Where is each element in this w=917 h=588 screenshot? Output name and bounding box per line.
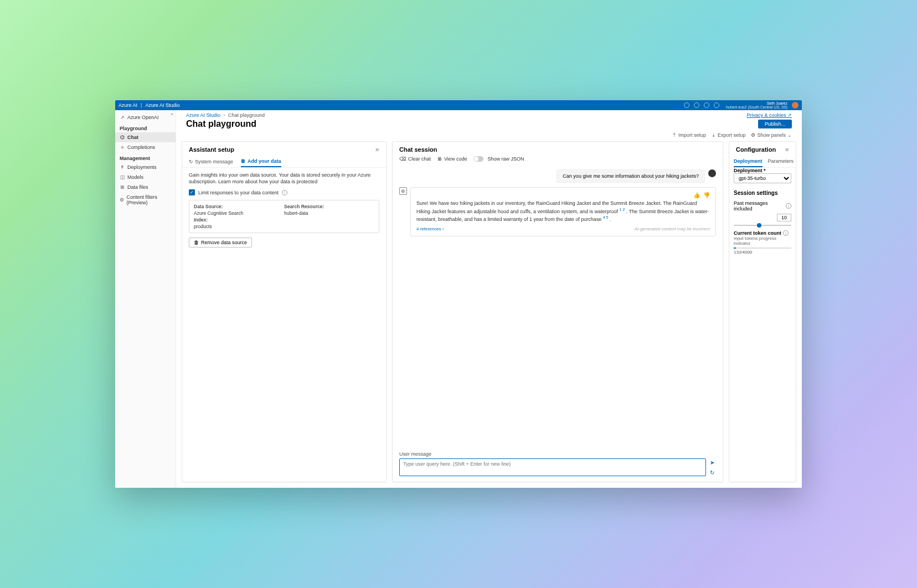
info-icon[interactable]: i	[282, 190, 287, 195]
info-icon[interactable]: i	[783, 230, 789, 236]
send-button[interactable]: ➤	[708, 458, 716, 466]
crumb-a[interactable]: Azure AI Studio	[186, 112, 220, 118]
broom-icon: ⌫	[399, 156, 406, 162]
limit-label: Limit responses to your data content	[198, 190, 279, 195]
show-raw-json-toggle[interactable]: Show raw JSON	[473, 156, 524, 162]
limit-checkbox[interactable]: ✓	[189, 189, 195, 195]
token-count-title: Current token count	[734, 230, 781, 236]
user-message: Can you give me some information about y…	[557, 169, 705, 183]
message-input[interactable]	[399, 458, 706, 476]
remove-data-source-button[interactable]: 🗑 Remove data source	[189, 238, 252, 247]
filter-icon: ⚙	[120, 197, 124, 203]
view-code-button[interactable]: 🗎 View code	[437, 156, 467, 162]
sidebar-item-label: Models	[127, 174, 143, 180]
tab-system-message[interactable]: ↻ System message	[189, 156, 233, 167]
collapse-icon[interactable]: «	[171, 111, 173, 117]
avatar[interactable]	[792, 102, 798, 109]
past-messages-label: Past messages included	[734, 200, 786, 212]
user-sub: hubert-eus2 (South Central US, S0)	[726, 105, 787, 109]
feedback-icon[interactable]	[714, 102, 719, 108]
models-icon: ◫	[120, 174, 125, 180]
thumbs-up-icon[interactable]: 👍	[693, 192, 700, 198]
past-messages-input[interactable]	[777, 214, 791, 221]
configuration-panel: Configuration ✕ Deployment Parameters De…	[729, 141, 796, 482]
brand-b[interactable]: Azure AI Studio	[145, 102, 179, 108]
publish-button[interactable]: Publish...	[758, 120, 792, 128]
panels-icon: ⚙	[751, 132, 755, 138]
separator: |	[141, 102, 142, 108]
sidebar-item-azure-openai[interactable]: ↗ Azure OpenAI	[115, 112, 176, 122]
sidebar-section-playground: Playground	[115, 122, 176, 132]
panel-title: Chat session	[399, 146, 437, 153]
export-setup-button[interactable]: ⇣ Export setup	[712, 132, 746, 138]
close-icon[interactable]: ✕	[375, 147, 379, 153]
sidebar-item-label: Chat	[127, 135, 138, 140]
crumb-b: Chat playground	[228, 112, 265, 118]
tab-deployment[interactable]: Deployment	[734, 156, 763, 167]
sidebar-item-content-filters[interactable]: ⚙ Content filters (Preview)	[115, 192, 176, 208]
chat-body: Can you give me some information about y…	[393, 165, 723, 448]
app-window: Azure AI | Azure AI Studio Seth Juarez h…	[115, 100, 802, 488]
sidebar-item-label: Completions	[127, 145, 155, 150]
token-count: 132/4000	[734, 250, 791, 255]
ai-disclaimer: AI-generated content may be incorrect	[635, 226, 710, 231]
sidebar-item-label: Deployments	[127, 164, 157, 170]
completions-icon: ≡	[120, 145, 125, 150]
main: Azure AI Studio › Chat playground Privac…	[176, 110, 802, 488]
chat-icon: ⌬	[120, 135, 125, 140]
show-panels-button[interactable]: ⚙ Show panels ⌄	[751, 132, 792, 138]
index-value: products	[194, 224, 284, 229]
insight-text: Gain insights into your own data source.…	[189, 172, 379, 185]
sidebar-item-chat[interactable]: ⌬ Chat	[115, 132, 176, 142]
bot-icon: ⊕	[399, 187, 407, 195]
thumbs-down-icon[interactable]: 👎	[703, 192, 710, 198]
chat-session-panel: Chat session ⌫ Clear chat 🗎 View code	[392, 141, 723, 482]
sidebar-item-label: Azure OpenAI	[127, 115, 159, 120]
bell-icon[interactable]	[684, 102, 689, 108]
data-source-box: Data Source: Search Resource: Azure Cogn…	[189, 200, 379, 233]
sidebar-section-management: Management	[115, 152, 176, 162]
regenerate-button[interactable]: ↻	[708, 468, 716, 476]
external-icon: ↗	[120, 115, 125, 120]
brand-a[interactable]: Azure AI	[119, 102, 137, 108]
export-icon: ⇣	[712, 132, 716, 138]
progress-label: Input tokens progress indicator	[734, 236, 791, 246]
clear-chat-button[interactable]: ⌫ Clear chat	[399, 156, 431, 162]
gear-icon[interactable]	[694, 102, 699, 108]
assistant-setup-panel: Assistant setup ✕ ↻ System message 🗎 Add…	[182, 141, 387, 482]
sidebar-item-data-files[interactable]: 🗎 Data files	[115, 182, 176, 192]
search-resource-value: hubert-data	[284, 210, 374, 216]
refresh-icon: ↻	[189, 159, 193, 164]
close-icon[interactable]: ✕	[785, 147, 789, 153]
sidebar: « ↗ Azure OpenAI Playground ⌬ Chat ≡ Com…	[115, 110, 176, 488]
privacy-link[interactable]: Privacy & cookies ↗	[746, 112, 792, 118]
code-icon: 🗎	[437, 156, 442, 162]
chevron-right-icon: ›	[224, 112, 225, 118]
topbar: Azure AI | Azure AI Studio Seth Juarez h…	[115, 100, 802, 110]
deployment-select[interactable]: gpt-35-turbo	[734, 173, 791, 183]
avatar	[708, 169, 716, 177]
panel-title: Configuration	[736, 146, 776, 153]
session-settings-title: Session settings	[734, 190, 791, 196]
user-message-label: User message	[399, 451, 716, 457]
past-messages-slider[interactable]	[734, 225, 791, 226]
toggle-icon	[473, 156, 483, 162]
deployments-icon: ↟	[120, 164, 125, 170]
sidebar-item-completions[interactable]: ≡ Completions	[115, 142, 176, 152]
breadcrumb: Azure AI Studio › Chat playground	[186, 112, 265, 118]
help-icon[interactable]	[704, 102, 709, 108]
info-icon[interactable]: i	[786, 203, 791, 209]
tab-add-your-data[interactable]: 🗎 Add your data	[241, 156, 281, 167]
import-setup-button[interactable]: ⇡ Import setup	[672, 132, 706, 138]
data-source-value: Azure Cognitive Search	[194, 210, 284, 216]
tab-parameters[interactable]: Parameters	[768, 156, 794, 167]
sidebar-item-deployments[interactable]: ↟ Deployments	[115, 162, 176, 172]
chevron-down-icon: ⌄	[787, 132, 792, 138]
index-label: Index:	[194, 217, 284, 223]
panel-title: Assistant setup	[189, 146, 234, 153]
sidebar-item-label: Content filters (Preview)	[126, 194, 171, 205]
references-link[interactable]: 4 references ›	[416, 226, 444, 231]
trash-icon: 🗑	[194, 240, 199, 245]
data-icon: 🗎	[241, 158, 246, 164]
sidebar-item-models[interactable]: ◫ Models	[115, 172, 176, 182]
